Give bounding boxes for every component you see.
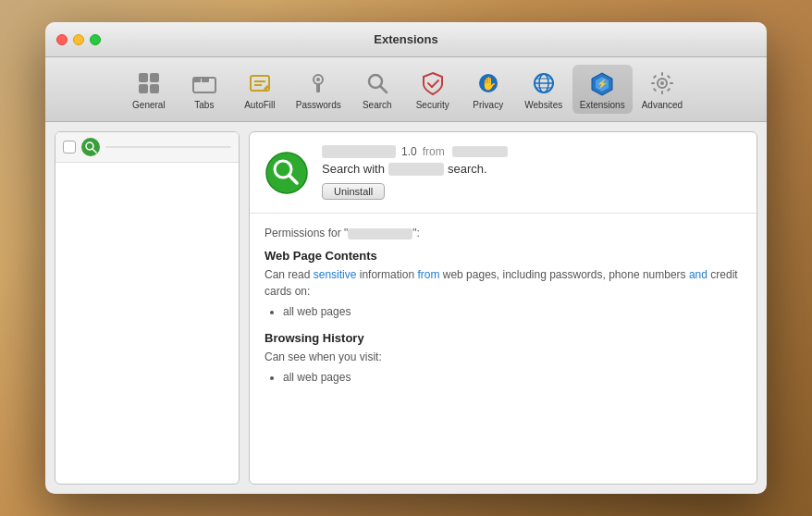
toolbar-item-passwords[interactable]: Passwords: [289, 65, 349, 114]
privacy-icon: ✋: [474, 68, 503, 98]
extension-list-icon: [81, 138, 100, 156]
svg-rect-1: [150, 73, 159, 82]
svg-rect-12: [316, 83, 320, 92]
permission-group-web-page: Web Page Contents Can read sensitive inf…: [265, 249, 742, 318]
detail-panel: 1.0 from Search with search. Uninstall P…: [249, 131, 757, 485]
toolbar: General Tabs Au: [45, 57, 767, 122]
passwords-icon: [303, 68, 333, 98]
websites-label: Websites: [524, 100, 562, 110]
svg-rect-2: [139, 84, 148, 93]
svg-text:✋: ✋: [480, 76, 497, 92]
perm-history-list: all web pages: [265, 371, 742, 384]
extension-search-row: Search with search.: [322, 162, 742, 176]
privacy-label: Privacy: [473, 100, 503, 110]
security-label: Security: [416, 100, 449, 110]
svg-rect-32: [661, 91, 663, 94]
extension-name-row: 1.0 from: [322, 145, 742, 158]
close-button[interactable]: [56, 34, 68, 45]
toolbar-item-security[interactable]: Security: [406, 65, 460, 114]
maximize-button[interactable]: [90, 34, 101, 45]
extensions-icon: ⚡: [587, 68, 617, 98]
extension-name-blurred-detail: [322, 145, 396, 158]
svg-rect-5: [193, 78, 201, 82]
extension-version: 1.0: [401, 145, 417, 158]
sidebar: [55, 131, 240, 485]
tabs-label: Tabs: [194, 100, 214, 110]
extension-icon: [265, 151, 309, 195]
svg-rect-37: [653, 88, 657, 92]
perm-web-item-1: all web pages: [283, 305, 742, 318]
passwords-label: Passwords: [296, 100, 341, 110]
window-title: Extensions: [374, 32, 437, 46]
svg-rect-36: [667, 75, 671, 79]
perm-history-desc: Can see when you visit:: [265, 349, 742, 365]
sidebar-header: [55, 132, 239, 163]
extension-name-blurred: [105, 146, 231, 148]
search-with-label: Search with: [322, 162, 385, 176]
advanced-icon: [647, 68, 677, 98]
general-icon: [134, 68, 164, 98]
perm-web-desc: Can read sensitive information from web …: [265, 266, 742, 300]
toolbar-item-advanced[interactable]: Advanced: [634, 65, 690, 114]
extension-from-label: from: [423, 145, 445, 158]
traffic-lights: [56, 34, 101, 45]
svg-rect-0: [139, 73, 148, 82]
perm-history-item-1: all web pages: [283, 371, 742, 384]
permissions-name-blurred: [348, 228, 412, 240]
extension-info: 1.0 from Search with search. Uninstall: [322, 145, 742, 200]
extension-header: 1.0 from Search with search. Uninstall: [250, 132, 757, 214]
main-content: 1.0 from Search with search. Uninstall P…: [45, 122, 767, 494]
search-suffix: search.: [448, 162, 487, 176]
toolbar-item-autofill[interactable]: AutoFill: [233, 65, 287, 114]
svg-rect-33: [651, 82, 655, 84]
permissions-section: Permissions for "": Web Page Contents Ca…: [250, 214, 757, 410]
highlight-sensitive: sensitive: [314, 268, 357, 281]
highlight-and: and: [689, 268, 707, 281]
minimize-button[interactable]: [73, 34, 84, 45]
toolbar-item-general[interactable]: General: [122, 65, 176, 114]
svg-line-15: [380, 86, 387, 92]
toolbar-item-privacy[interactable]: ✋ Privacy: [461, 65, 515, 114]
toolbar-item-extensions[interactable]: ⚡ Extensions: [572, 65, 633, 114]
uninstall-button[interactable]: Uninstall: [322, 183, 385, 200]
extension-source-blurred: [452, 146, 508, 157]
permissions-prefix: Permissions for ": [265, 227, 348, 240]
svg-line-17: [432, 80, 438, 87]
svg-text:⚡: ⚡: [597, 78, 609, 90]
tabs-icon: [190, 68, 219, 98]
highlight-from: from: [417, 268, 439, 281]
svg-rect-34: [670, 82, 673, 84]
svg-point-13: [316, 78, 320, 81]
toolbar-item-search[interactable]: Search: [351, 65, 404, 114]
permission-group-history: Browsing History Can see when you visit:…: [265, 331, 742, 384]
title-bar: Extensions: [45, 22, 767, 57]
security-icon: [418, 68, 448, 98]
permissions-suffix: ":: [412, 227, 420, 240]
svg-rect-35: [653, 75, 657, 79]
svg-line-40: [92, 149, 96, 153]
advanced-label: Advanced: [642, 100, 683, 110]
autofill-label: AutoFill: [244, 100, 275, 110]
extensions-label: Extensions: [580, 100, 625, 110]
main-window: Extensions General: [45, 22, 767, 494]
svg-point-30: [660, 81, 664, 85]
permissions-title: Permissions for "":: [265, 227, 742, 240]
extension-search-name-blurred: [388, 163, 444, 176]
perm-web-list: all web pages: [265, 305, 742, 318]
svg-rect-3: [150, 84, 159, 93]
svg-rect-6: [202, 78, 209, 82]
general-label: General: [132, 100, 166, 110]
search-label: Search: [363, 100, 392, 110]
svg-rect-31: [661, 72, 663, 76]
toolbar-item-websites[interactable]: Websites: [517, 65, 571, 114]
search-icon: [363, 68, 392, 98]
websites-icon: [529, 68, 559, 98]
svg-rect-38: [667, 88, 671, 92]
toolbar-item-tabs[interactable]: Tabs: [178, 65, 231, 114]
autofill-icon: [245, 68, 275, 98]
extension-checkbox[interactable]: [63, 141, 76, 154]
perm-web-title: Web Page Contents: [265, 249, 742, 263]
perm-history-title: Browsing History: [265, 331, 742, 345]
